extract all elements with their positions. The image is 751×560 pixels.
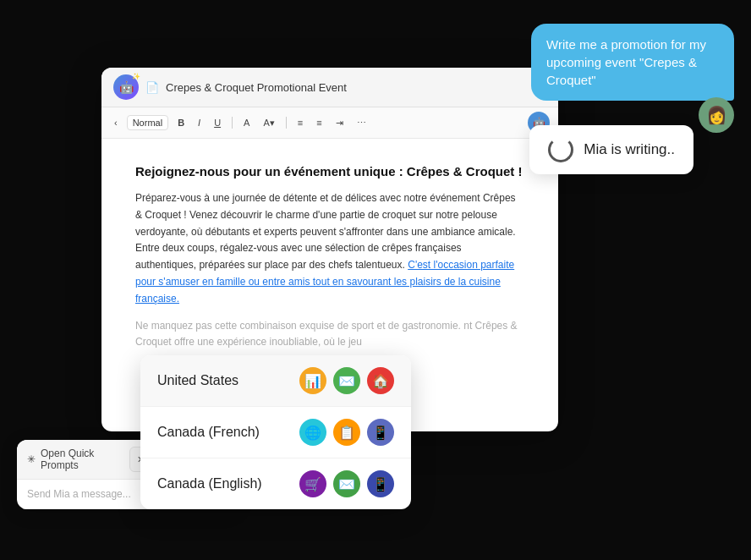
mia-logo: 🤖 ✨ [113, 74, 139, 100]
back-btn[interactable]: ‹ [110, 116, 122, 129]
dropdown-label-ca-fr: Canada (French) [157, 425, 260, 440]
list-btn[interactable]: ≡ [293, 116, 307, 129]
dropdown-icons-us: 📊 ✉️ 🏠 [299, 367, 394, 394]
doc-toolbar: ‹ Normal B I U A A▾ ≡ ≡ ⇥ ⋯ 🤖 [101, 107, 558, 139]
qp-header-label: Open Quick Prompts [41, 447, 129, 471]
style-dropdown[interactable]: Normal [127, 115, 168, 130]
sparkle-icon: ✨ [132, 73, 140, 80]
doc-paragraph-1: Préparez-vous à une journée de détente e… [135, 190, 524, 308]
mia-writing-indicator: Mia is writing.. [529, 125, 693, 174]
font-color-btn[interactable]: A [239, 116, 254, 129]
icon-us-2: ✉️ [333, 367, 360, 394]
prompts-icon: ✳ [27, 453, 36, 465]
align-btn[interactable]: ≡ [312, 116, 326, 129]
doc-title: Crepes & Croquet Promotional Event [166, 81, 347, 94]
underline-btn[interactable]: U [210, 116, 225, 129]
icon-ca-en-2: ✉️ [333, 470, 360, 497]
doc-titlebar: 🤖 ✨ 📄 Crepes & Croquet Promotional Event [101, 68, 558, 107]
dropdown-label-ca-en: Canada (English) [157, 476, 262, 491]
toolbar-sep-2 [286, 117, 287, 129]
more-btn[interactable]: ⋯ [353, 116, 370, 130]
icon-ca-fr-1: 🌐 [299, 419, 326, 446]
locale-dropdown[interactable]: United States 📊 ✉️ 🏠 Canada (French) 🌐 📋… [140, 355, 411, 509]
mia-writing-text: Mia is writing.. [584, 141, 675, 158]
dropdown-icons-ca-fr: 🌐 📋 📱 [299, 419, 394, 446]
icon-ca-fr-2: 📋 [333, 419, 360, 446]
indent-btn[interactable]: ⇥ [332, 116, 348, 130]
user-avatar: 👩 [699, 97, 734, 133]
doc-heading: Rejoignez-nous pour un événement unique … [135, 164, 524, 178]
icon-ca-en-1: 🛒 [299, 470, 326, 497]
avatar-emoji: 👩 [706, 105, 727, 125]
icon-us-3: 🏠 [367, 367, 394, 394]
dropdown-label-us: United States [157, 373, 238, 388]
doc-paragraph-2: Ne manquez pas cette combinaison exquise… [135, 318, 524, 352]
dropdown-item-ca-en[interactable]: Canada (English) 🛒 ✉️ 📱 [140, 458, 411, 509]
italic-btn[interactable]: I [194, 116, 205, 129]
icon-ca-fr-3: 📱 [367, 419, 394, 446]
icon-ca-en-3: 📱 [367, 470, 394, 497]
dropdown-icons-ca-en: 🛒 ✉️ 📱 [299, 470, 394, 497]
qp-header-left: ✳ Open Quick Prompts [27, 447, 129, 471]
toolbar-sep-1 [232, 117, 233, 129]
highlight-btn[interactable]: A▾ [259, 116, 278, 130]
dropdown-item-ca-fr[interactable]: Canada (French) 🌐 📋 📱 [140, 407, 411, 458]
file-icon: 📄 [145, 81, 159, 94]
chat-bubble: Write me a promotion for my upcoming eve… [531, 24, 734, 101]
qp-placeholder: Send Mia a message... [27, 488, 131, 500]
icon-us-1: 📊 [299, 367, 326, 394]
loading-spinner [548, 137, 573, 162]
bold-btn[interactable]: B [173, 116, 189, 129]
chat-bubble-text: Write me a promotion for my upcoming eve… [546, 37, 706, 87]
dropdown-item-us[interactable]: United States 📊 ✉️ 🏠 [140, 355, 411, 407]
